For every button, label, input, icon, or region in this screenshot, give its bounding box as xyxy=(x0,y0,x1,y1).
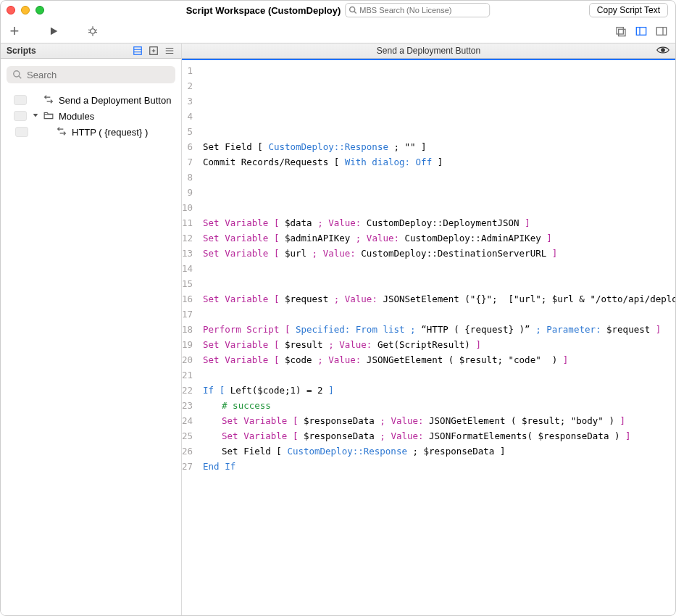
script-tree: Send a Deployment Button Modules HTTP ( … xyxy=(1,89,181,143)
window-title: Script Workspace (CustomDeploy) xyxy=(186,5,341,16)
svg-point-33 xyxy=(662,48,665,51)
sidebar-icon-list[interactable] xyxy=(132,45,143,57)
svg-marker-2 xyxy=(51,27,57,35)
sidebar-header: Scripts xyxy=(1,43,181,59)
script-icon xyxy=(43,94,54,107)
svg-point-0 xyxy=(350,7,355,12)
editor: Send a Deployment Button 123456789101112… xyxy=(182,43,675,615)
tree-item-script[interactable]: Send a Deployment Button xyxy=(1,92,181,108)
sidebar-search[interactable] xyxy=(7,66,175,83)
svg-marker-29 xyxy=(33,114,38,117)
close-window-button[interactable] xyxy=(7,6,15,14)
svg-line-26 xyxy=(19,76,22,79)
svg-rect-16 xyxy=(134,47,142,55)
mbs-search-field[interactable] xyxy=(345,3,490,17)
folder-icon xyxy=(43,111,54,122)
panels-icon-left[interactable] xyxy=(635,25,648,38)
sidebar-title: Scripts xyxy=(7,46,132,56)
line-gutter: 1234567891011121314151617181920212223242… xyxy=(182,60,196,615)
minimize-window-button[interactable] xyxy=(21,6,30,14)
code-content[interactable]: Set Field [ CustomDeploy::Response ; "" … xyxy=(196,60,675,615)
sidebar-search-input[interactable] xyxy=(27,70,170,80)
tree-label: Modules xyxy=(59,111,94,122)
traffic-lights xyxy=(7,6,44,14)
tree-item-folder[interactable]: Modules xyxy=(1,108,181,124)
search-icon xyxy=(349,6,357,14)
svg-line-8 xyxy=(95,30,97,30)
editor-title: Send a Deployment Button xyxy=(377,46,480,56)
tree-item-script[interactable]: HTTP ( {request} ) xyxy=(1,124,181,140)
tree-checkbox[interactable] xyxy=(15,127,28,137)
svg-rect-11 xyxy=(619,29,625,36)
code-area[interactable]: 1234567891011121314151617181920212223242… xyxy=(182,60,675,615)
toolbar: + xyxy=(1,20,675,43)
search-icon xyxy=(12,70,22,80)
mbs-search-input[interactable] xyxy=(359,6,486,14)
panels-icon-1[interactable] xyxy=(614,25,627,38)
sidebar-icon-add-folder[interactable] xyxy=(148,45,159,57)
debug-button[interactable] xyxy=(86,25,99,38)
content: Scripts xyxy=(1,43,675,615)
copy-script-button[interactable]: Copy Script Text xyxy=(589,3,668,17)
svg-line-1 xyxy=(354,12,356,14)
sidebar: Scripts xyxy=(1,43,182,615)
svg-point-3 xyxy=(91,28,96,33)
tree-checkbox[interactable] xyxy=(14,95,27,105)
visibility-icon[interactable] xyxy=(656,45,669,57)
tree-checkbox[interactable] xyxy=(14,111,27,121)
titlebar: Script Workspace (CustomDeploy) Copy Scr… xyxy=(1,1,675,20)
sidebar-icon-lines[interactable] xyxy=(164,45,175,57)
disclosure-triangle-icon[interactable] xyxy=(31,112,40,120)
svg-line-9 xyxy=(95,32,97,33)
svg-rect-10 xyxy=(617,27,623,33)
svg-rect-12 xyxy=(636,27,646,35)
maximize-window-button[interactable] xyxy=(36,6,44,14)
svg-line-7 xyxy=(88,32,91,33)
tree-label: Send a Deployment Button xyxy=(59,95,171,106)
svg-point-25 xyxy=(14,71,20,77)
svg-line-6 xyxy=(88,30,91,30)
panels-icon-right[interactable] xyxy=(655,25,668,38)
run-script-button[interactable] xyxy=(47,25,60,38)
svg-rect-14 xyxy=(656,27,666,35)
tree-label: HTTP ( {request} ) xyxy=(72,127,148,138)
add-script-button[interactable]: + xyxy=(8,25,21,38)
editor-header: Send a Deployment Button xyxy=(182,43,675,59)
script-icon xyxy=(56,126,67,138)
